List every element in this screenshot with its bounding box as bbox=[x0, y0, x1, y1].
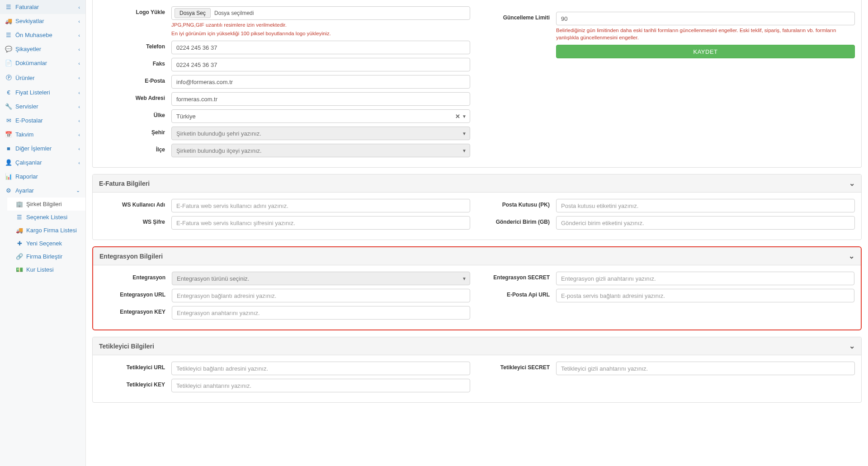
sidebar-submenu: 🏢Şirket Bilgileri ☰Seçenek Listesi 🚚Karg… bbox=[0, 198, 85, 276]
pk-input[interactable] bbox=[556, 199, 855, 212]
ilce-label: İlçe bbox=[99, 144, 171, 153]
sidebar-item-dokumanlar[interactable]: 📄Dokümanlar ‹ bbox=[0, 56, 85, 70]
chevron-left-icon: ‹ bbox=[78, 33, 80, 38]
chevron-left-icon: ‹ bbox=[78, 5, 80, 10]
plus-icon: ✚ bbox=[16, 240, 23, 247]
sidebar-item-label: Şikayetler bbox=[15, 46, 41, 52]
file-selected-text: Dosya seçilmedi bbox=[214, 10, 254, 16]
chevron-left-icon: ‹ bbox=[78, 75, 80, 80]
eposta-input[interactable] bbox=[171, 75, 470, 89]
entegrasyon-key-input[interactable] bbox=[172, 306, 470, 320]
panel-efatura-header[interactable]: E-Fatura Bilgileri ⌄ bbox=[93, 174, 861, 193]
faks-input[interactable] bbox=[171, 58, 470, 71]
sidebar-item-label: Takvim bbox=[15, 131, 33, 138]
tetikleyici-secret-input[interactable] bbox=[556, 362, 855, 375]
chevron-down-icon: ⌄ bbox=[76, 188, 80, 193]
chevron-down-icon[interactable]: ⌄ bbox=[849, 179, 855, 188]
tetikleyici-key-input[interactable] bbox=[171, 379, 470, 392]
sidebar-sub-firma-birlestir[interactable]: 🔗Firma Birleştir bbox=[7, 250, 85, 263]
panel-title: E-Fatura Bilgileri bbox=[99, 180, 150, 187]
panel-tetikleyici-header[interactable]: Tetikleyici Bilgileri ⌄ bbox=[93, 337, 861, 355]
entegrasyon-url-input[interactable] bbox=[172, 289, 470, 302]
chevron-left-icon: ‹ bbox=[78, 160, 80, 165]
panel-entegrasyon-header[interactable]: Entegrasyon Bilgileri ⌄ bbox=[93, 247, 861, 265]
list-icon: ☰ bbox=[5, 32, 12, 38]
sehir-placeholder: Şirketin bulunduğu şehri yazınız. bbox=[176, 130, 261, 137]
chevron-down-icon[interactable]: ⌄ bbox=[849, 342, 855, 350]
chevron-left-icon: ‹ bbox=[78, 19, 80, 24]
sidebar-item-on-muhasebe[interactable]: ☰Ön Muhasebe ‹ bbox=[0, 28, 85, 42]
sidebar-item-label: Kargo Firma Listesi bbox=[26, 227, 77, 234]
ws-pass-input[interactable] bbox=[171, 216, 470, 230]
list-icon: ☰ bbox=[16, 214, 23, 221]
sidebar-item-servisler[interactable]: 🔧Servisler ‹ bbox=[0, 99, 85, 113]
sidebar-item-sikayetler[interactable]: 💬Şikayetler ‹ bbox=[0, 42, 85, 56]
calendar-icon: 📅 bbox=[5, 131, 12, 138]
file-choose-button[interactable]: Dosya Seç bbox=[175, 8, 211, 18]
entegrasyon-type-select[interactable]: Entegrasyon türünü seçiniz. bbox=[172, 272, 470, 285]
sidebar-item-label: Ürünler bbox=[15, 75, 35, 81]
web-input[interactable] bbox=[171, 92, 470, 106]
sidebar-item-fiyat-listeleri[interactable]: €Fiyat Listeleri ‹ bbox=[0, 85, 85, 99]
sidebar-sub-sirket-bilgileri[interactable]: 🏢Şirket Bilgileri bbox=[7, 198, 85, 211]
sidebar-item-takvim[interactable]: 📅Takvim ‹ bbox=[0, 127, 85, 141]
sidebar-item-raporlar[interactable]: 📊Raporlar bbox=[0, 169, 85, 184]
sehir-label: Şehir bbox=[99, 127, 171, 136]
sidebar-sub-yeni-secenek[interactable]: ✚Yeni Seçenek bbox=[7, 237, 85, 250]
wrench-icon: 🔧 bbox=[5, 103, 12, 110]
web-label: Web Adresi bbox=[99, 92, 171, 101]
panel-title: Tetikleyici Bilgileri bbox=[99, 343, 154, 350]
telefon-label: Telefon bbox=[99, 41, 171, 50]
sidebar-item-label: Fiyat Listeleri bbox=[15, 89, 50, 96]
gb-input[interactable] bbox=[556, 216, 855, 230]
limit-input[interactable] bbox=[556, 12, 855, 25]
panel-efatura: E-Fatura Bilgileri ⌄ WS Kullanıcı Adı WS… bbox=[92, 174, 862, 240]
link-icon: 🔗 bbox=[16, 253, 23, 260]
sidebar-item-calisanlar[interactable]: 👤Çalışanlar ‹ bbox=[0, 155, 85, 169]
list-icon: ☰ bbox=[5, 4, 12, 10]
ws-user-input[interactable] bbox=[171, 199, 470, 212]
file-input[interactable]: Dosya Seç Dosya seçilmedi bbox=[171, 6, 470, 20]
sidebar-item-label: Dokümanlar bbox=[15, 60, 47, 66]
ulke-label: Ülke bbox=[99, 109, 171, 118]
user-icon: 👤 bbox=[5, 159, 12, 166]
sidebar-item-label: Yeni Seçenek bbox=[26, 240, 62, 247]
logo-help-1: JPG,PNG,GIF uzantılı resimlere izin veri… bbox=[171, 21, 470, 28]
sidebar-item-sevkiyatlar[interactable]: 🚚Sevkiyatlar ‹ bbox=[0, 14, 85, 28]
eposta-label: E-Posta bbox=[99, 75, 171, 84]
save-button[interactable]: KAYDET bbox=[556, 45, 855, 58]
entegrasyon-secret-input[interactable] bbox=[556, 272, 854, 285]
clear-icon[interactable]: ✕ bbox=[455, 113, 460, 120]
faks-label: Faks bbox=[99, 58, 171, 67]
sidebar-item-diger-islemler[interactable]: ■Diğer İşlemler ‹ bbox=[0, 141, 85, 155]
eposta-api-label: E-Posta Api URL bbox=[484, 289, 556, 298]
chevron-down-icon[interactable]: ⌄ bbox=[849, 252, 854, 260]
comment-icon: 💬 bbox=[5, 46, 12, 52]
chevron-left-icon: ‹ bbox=[78, 61, 80, 66]
tetikleyici-key-label: Tetikleyici KEY bbox=[99, 379, 171, 388]
ulke-value: Türkiye bbox=[176, 113, 196, 120]
ws-pass-label: WS Şifre bbox=[99, 216, 171, 225]
square-icon: ■ bbox=[5, 145, 12, 152]
chevron-left-icon: ‹ bbox=[78, 118, 80, 123]
tetikleyici-url-input[interactable] bbox=[171, 362, 470, 375]
sidebar-item-faturalar[interactable]: ☰Faturalar ‹ bbox=[0, 0, 85, 14]
sidebar-sub-kargo-firma[interactable]: 🚚Kargo Firma Listesi bbox=[7, 224, 85, 237]
sidebar-sub-kur-listesi[interactable]: 💵Kur Listesi bbox=[7, 263, 85, 276]
sidebar-item-label: Kur Listesi bbox=[26, 266, 54, 273]
chevron-left-icon: ‹ bbox=[78, 47, 80, 52]
chevron-left-icon: ‹ bbox=[78, 146, 80, 151]
sidebar-item-epostalar[interactable]: ✉E-Postalar ‹ bbox=[0, 113, 85, 127]
entegrasyon-type-placeholder: Entegrasyon türünü seçiniz. bbox=[177, 275, 249, 282]
sidebar-item-ayarlar[interactable]: ⚙Ayarlar ⌄ bbox=[0, 184, 85, 198]
sidebar-sub-secenek-listesi[interactable]: ☰Seçenek Listesi bbox=[7, 211, 85, 224]
telefon-input[interactable] bbox=[171, 41, 470, 54]
eposta-api-input[interactable] bbox=[556, 289, 854, 302]
sehir-select[interactable]: Şirketin bulunduğu şehri yazınız. bbox=[171, 127, 470, 140]
sidebar-item-urunler[interactable]: ⓅÜrünler ‹ bbox=[0, 70, 85, 85]
ilce-select[interactable]: Şirketin bulunduğu ilçeyi yazınız. bbox=[171, 144, 470, 157]
euro-icon: € bbox=[5, 89, 12, 96]
sidebar-item-label: Raporlar bbox=[15, 173, 38, 180]
ulke-select[interactable]: Türkiye bbox=[171, 109, 470, 123]
chevron-left-icon: ‹ bbox=[78, 132, 80, 137]
